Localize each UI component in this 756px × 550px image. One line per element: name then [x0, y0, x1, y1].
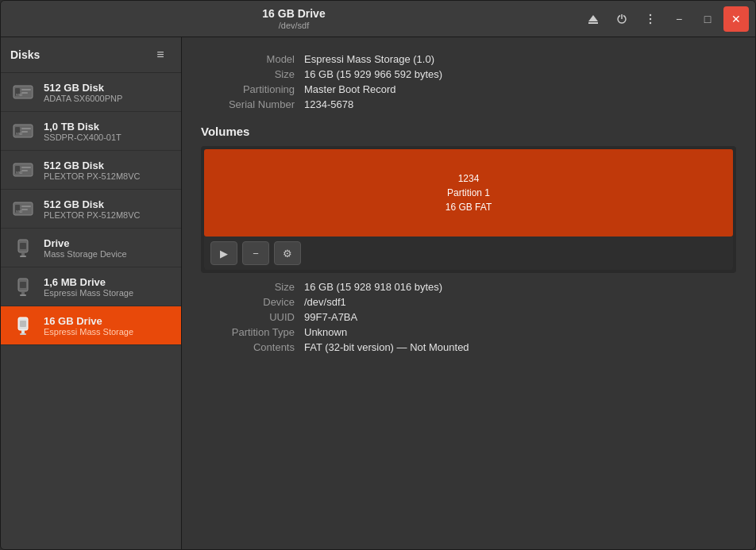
- disk2-sub: SSDPR-CX400-01T: [44, 133, 172, 142]
- disk3-info: 512 GB Disk PLEXTOR PX-512M8VC: [44, 160, 172, 181]
- ssd-icon-2: SSD: [10, 118, 36, 144]
- main-window: 16 GB Drive /dev/sdf: [0, 0, 756, 550]
- sidebar-menu-button[interactable]: ≡: [149, 44, 172, 66]
- ssd-icon-4: SSD: [10, 196, 36, 221]
- svg-rect-31: [20, 282, 26, 288]
- sidebar-item-disk3[interactable]: SSD 512 GB Disk PLEXTOR PX-512M8VC: [1, 151, 181, 190]
- partition-info: Size 16 GB (15 928 918 016 bytes) Device…: [201, 281, 736, 353]
- svg-rect-23: [21, 206, 31, 207]
- disk2-name: 1,0 TB Disk: [44, 121, 172, 133]
- disk4-info: 512 GB Disk PLEXTOR PX-512M8VC: [44, 198, 172, 220]
- model-value: Espressi Mass Storage (1.0): [304, 53, 434, 65]
- sidebar-item-disk4[interactable]: SSD 512 GB Disk PLEXTOR PX-512M8VC: [1, 190, 181, 229]
- play-button[interactable]: ▶: [210, 241, 237, 265]
- svg-rect-35: [20, 321, 26, 327]
- part-uuid-row: UUID 99F7-A7BA: [201, 311, 736, 323]
- svg-text:SSD: SSD: [16, 210, 22, 213]
- titlebar-center: 16 GB Drive /dev/sdf: [7, 7, 580, 30]
- volume-container: 1234 Partition 1 16 GB FAT ▶ − ⚙: [201, 146, 736, 273]
- part-type-row: Partition Type Unknown: [201, 326, 736, 338]
- sidebar-item-disk6[interactable]: 1,6 MB Drive Espressi Mass Storage: [1, 267, 181, 306]
- disk1-sub: ADATA SX6000PNP: [44, 94, 172, 103]
- volumes-heading: Volumes: [201, 125, 736, 138]
- model-row: Model Espressi Mass Storage (1.0): [201, 53, 736, 65]
- sidebar-item-disk7[interactable]: 16 GB Drive Espressi Mass Storage: [1, 306, 181, 345]
- disk3-sub: PLEXTOR PX-512M8VC: [44, 171, 172, 181]
- menu-button[interactable]: [638, 6, 663, 32]
- size-label: Size: [201, 68, 304, 80]
- disk3-name: 512 GB Disk: [44, 160, 172, 171]
- sidebar-item-disk2[interactable]: SSD 1,0 TB Disk SSDPR-CX400-01T: [1, 112, 181, 151]
- disk6-info: 1,6 MB Drive Espressi Mass Storage: [44, 276, 172, 298]
- part-size-value: 16 GB (15 928 918 016 bytes): [304, 281, 442, 293]
- svg-rect-33: [20, 294, 26, 296]
- disk7-name: 16 GB Drive: [44, 315, 172, 327]
- svg-marker-0: [588, 15, 598, 21]
- size-value: 16 GB (15 929 966 592 bytes): [304, 68, 442, 80]
- disk1-info: 512 GB Disk ADATA SX6000PNP: [44, 82, 172, 103]
- serial-row: Serial Number 1234-5678: [201, 98, 736, 110]
- gear-button[interactable]: ⚙: [274, 241, 301, 265]
- disk6-sub: Espressi Mass Storage: [44, 288, 172, 298]
- sidebar-item-disk1[interactable]: SSD 512 GB Disk ADATA SX6000PNP: [1, 73, 181, 112]
- disk5-sub: Mass Storage Device: [44, 249, 172, 259]
- titlebar: 16 GB Drive /dev/sdf: [1, 1, 755, 37]
- disk5-info: Drive Mass Storage Device: [44, 237, 172, 259]
- partitioning-label: Partitioning: [201, 83, 304, 95]
- volumes-section: Volumes 1234 Partition 1 16 GB FAT ▶ − ⚙: [201, 125, 736, 273]
- disk1-name: 512 GB Disk: [44, 82, 172, 94]
- ssd-icon-3: SSD: [10, 157, 36, 183]
- disk7-info: 16 GB Drive Espressi Mass Storage: [44, 315, 172, 337]
- volume-bar[interactable]: 1234 Partition 1 16 GB FAT: [204, 149, 733, 237]
- volume-toolbar: ▶ − ⚙: [204, 237, 733, 270]
- main-layout: Disks ≡ SSD 512 GB Disk ADATA SX6000P: [1, 37, 755, 549]
- volume-line1: 1234: [446, 171, 492, 186]
- size-row: Size 16 GB (15 929 966 592 bytes): [201, 68, 736, 80]
- power-button[interactable]: [609, 6, 634, 32]
- disk-info-table: Model Espressi Mass Storage (1.0) Size 1…: [201, 53, 736, 110]
- part-contents-label: Contents: [201, 341, 304, 353]
- partitioning-row: Partitioning Master Boot Record: [201, 83, 736, 95]
- serial-label: Serial Number: [201, 98, 304, 110]
- sidebar-title: Disks: [10, 48, 40, 61]
- minus-button[interactable]: −: [242, 241, 269, 265]
- part-device-row: Device /dev/sdf1: [201, 296, 736, 308]
- model-label: Model: [201, 53, 304, 65]
- svg-text:SSD: SSD: [16, 171, 22, 175]
- svg-rect-27: [20, 243, 26, 249]
- part-contents-row: Contents FAT (32-bit version) — Not Moun…: [201, 341, 736, 353]
- sidebar: Disks ≡ SSD 512 GB Disk ADATA SX6000P: [1, 37, 182, 549]
- svg-point-4: [650, 17, 651, 19]
- minimize-button[interactable]: −: [666, 6, 692, 32]
- volume-label: 1234 Partition 1 16 GB FAT: [446, 171, 492, 214]
- eject-button[interactable]: [580, 6, 606, 32]
- usb-icon-3: [10, 313, 36, 338]
- ssd-icon-1: SSD: [10, 79, 36, 105]
- part-uuid-label: UUID: [201, 311, 304, 323]
- maximize-button[interactable]: □: [695, 6, 720, 32]
- svg-rect-1: [588, 22, 598, 24]
- disk6-name: 1,6 MB Drive: [44, 276, 172, 288]
- serial-value: 1234-5678: [304, 98, 353, 110]
- sidebar-item-disk5[interactable]: Drive Mass Storage Device: [1, 229, 181, 267]
- disk2-info: 1,0 TB Disk SSDPR-CX400-01T: [44, 121, 172, 142]
- part-size-row: Size 16 GB (15 928 918 016 bytes): [201, 281, 736, 293]
- svg-point-5: [650, 21, 651, 23]
- svg-rect-13: [21, 128, 31, 129]
- part-device-label: Device: [201, 296, 304, 308]
- svg-rect-29: [20, 256, 26, 257]
- usb-icon-2: [10, 274, 36, 299]
- window-title: 16 GB Drive: [7, 7, 580, 21]
- svg-text:SSD: SSD: [16, 93, 22, 97]
- titlebar-right-actions: − □ ✕: [580, 6, 749, 32]
- content-area: Model Espressi Mass Storage (1.0) Size 1…: [182, 37, 755, 549]
- part-uuid-value: 99F7-A7BA: [304, 311, 357, 323]
- svg-point-3: [650, 13, 651, 15]
- part-type-label: Partition Type: [201, 326, 304, 338]
- svg-text:SSD: SSD: [16, 132, 22, 136]
- svg-rect-8: [21, 89, 31, 90]
- partitioning-value: Master Boot Record: [304, 83, 396, 95]
- volume-line2: Partition 1: [446, 186, 492, 200]
- close-button[interactable]: ✕: [723, 6, 749, 32]
- volume-line3: 16 GB FAT: [446, 200, 492, 214]
